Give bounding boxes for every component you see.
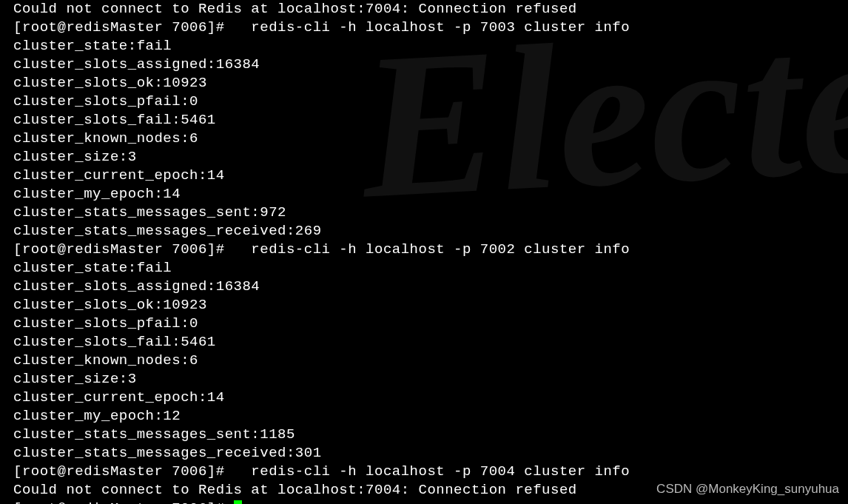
cluster-info-line: cluster_slots_assigned:16384: [13, 56, 848, 74]
cluster-info-line: cluster_size:3: [13, 148, 848, 167]
terminal-output[interactable]: Could not connect to Redis at localhost:…: [0, 0, 848, 504]
prompt-text: [root@redisMaster 7006]#: [13, 500, 234, 504]
prompt-line: [root@redisMaster 7006]# redis-cli -h lo…: [13, 19, 848, 37]
cluster-info-line: cluster_size:3: [13, 370, 848, 389]
cluster-info-line: cluster_slots_ok:10923: [13, 74, 848, 93]
cluster-info-line: cluster_slots_ok:10923: [13, 296, 848, 315]
cluster-info-line: cluster_state:fail: [13, 259, 848, 278]
prompt-line-current[interactable]: [root@redisMaster 7006]#: [13, 500, 848, 504]
cluster-info-line: cluster_slots_pfail:0: [13, 93, 848, 111]
cluster-info-line: cluster_known_nodes:6: [13, 130, 848, 148]
cluster-info-line: cluster_state:fail: [13, 37, 848, 56]
cluster-info-line: cluster_slots_assigned:16384: [13, 278, 848, 296]
cluster-info-line: cluster_current_epoch:14: [13, 167, 848, 185]
cluster-info-line: cluster_my_epoch:12: [13, 407, 848, 426]
cluster-info-line: cluster_slots_fail:5461: [13, 111, 848, 130]
error-line: Could not connect to Redis at localhost:…: [13, 481, 848, 500]
cluster-info-line: cluster_slots_fail:5461: [13, 333, 848, 352]
prompt-line: [root@redisMaster 7006]# redis-cli -h lo…: [13, 241, 848, 259]
cluster-info-line: cluster_stats_messages_received:301: [13, 444, 848, 463]
cluster-info-line: cluster_known_nodes:6: [13, 352, 848, 370]
cluster-info-line: cluster_current_epoch:14: [13, 389, 848, 407]
prompt-line: [root@redisMaster 7006]# redis-cli -h lo…: [13, 463, 848, 481]
cluster-info-line: cluster_slots_pfail:0: [13, 315, 848, 333]
cluster-info-line: cluster_stats_messages_sent:1185: [13, 426, 848, 444]
cluster-info-line: cluster_stats_messages_received:269: [13, 222, 848, 241]
cursor-icon: [234, 500, 242, 504]
cluster-info-line: cluster_stats_messages_sent:972: [13, 204, 848, 222]
cluster-info-line: cluster_my_epoch:14: [13, 185, 848, 204]
error-line: Could not connect to Redis at localhost:…: [13, 0, 848, 19]
